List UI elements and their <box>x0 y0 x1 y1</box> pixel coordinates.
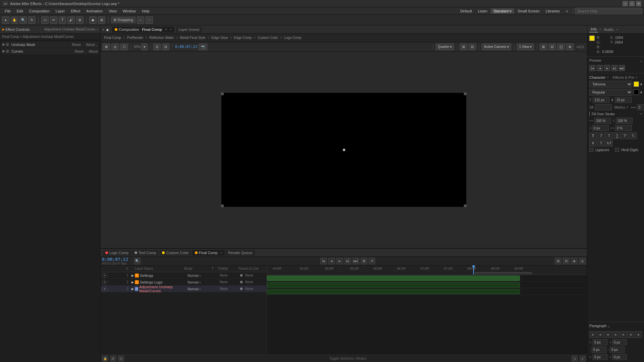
tool-shape[interactable]: ◆ <box>89 16 97 24</box>
viewer-btn-d[interactable]: ⊕ <box>566 44 574 50</box>
tl-btn-prev-frame[interactable]: ◂ <box>328 258 335 264</box>
tl-btn-ram-preview[interactable]: ⊞ <box>361 258 367 264</box>
effect-checkbox-unsharp[interactable]: ☑ <box>6 43 9 46</box>
tl-tab-final-close[interactable]: ≡ <box>220 251 222 254</box>
para-align-right[interactable]: ≡ <box>604 331 611 338</box>
menu-view[interactable]: View <box>106 8 119 14</box>
tab-character[interactable]: Character <box>589 75 605 79</box>
viewer-motion-btn[interactable]: ◎ <box>111 44 119 50</box>
viewer-view-layout[interactable]: 1 View ▾ <box>517 44 534 50</box>
comp-tab-close[interactable]: ✕ <box>165 28 167 31</box>
timeline-ruler[interactable]: 04:00f 04:15f 05:00f 05:15f 06:00f 06:15… <box>267 265 587 275</box>
toggle-switches-label[interactable]: Toggle Switches / Modes <box>329 357 367 360</box>
para-space-before-input[interactable] <box>592 347 606 353</box>
tl-btn-next-frame[interactable]: ▸| <box>344 258 351 264</box>
para-space-after-input[interactable] <box>610 347 625 353</box>
para-align-center[interactable]: ≡ <box>597 331 604 338</box>
menu-effect[interactable]: Effect <box>68 8 83 14</box>
tool-brush[interactable]: 🖌 <box>67 16 75 24</box>
t-btn-3[interactable]: T <box>605 132 613 139</box>
zoom-dropdown[interactable]: ▾ <box>141 44 148 50</box>
char-tracking-input[interactable] <box>595 104 612 110</box>
effect-reset-unsharp[interactable]: Reset <box>72 43 80 47</box>
nav-logo-comp[interactable]: Logo Comp <box>283 35 303 40</box>
tool-extra2[interactable]: ⋯ <box>146 16 153 24</box>
char-swatch-yellow[interactable] <box>634 81 639 87</box>
effects-panel-menu[interactable]: ≡ <box>97 28 98 31</box>
menu-edit[interactable]: Edit <box>14 8 26 14</box>
t-btn-1[interactable]: T <box>589 132 597 139</box>
layer-triangle-3[interactable]: ▶ <box>131 287 134 291</box>
minimize-button[interactable]: ─ <box>623 1 628 6</box>
char-size-input[interactable] <box>593 97 609 103</box>
tl-btn-chart[interactable]: ◈ <box>571 258 578 264</box>
preview-step-fwd[interactable]: ▸| <box>611 65 618 71</box>
menu-window[interactable]: Window <box>120 8 139 14</box>
tl-btn-goto-end[interactable]: ▸▸| <box>353 258 359 264</box>
char-swatch-black-arrow[interactable]: ▾ <box>640 90 642 94</box>
char-vscale-input[interactable] <box>616 118 633 124</box>
layer-vis-1[interactable]: ● <box>102 273 107 278</box>
comp-tab-menu[interactable]: ≡ <box>170 28 172 31</box>
tl-btn-play[interactable]: ▸ <box>336 258 343 264</box>
close-button[interactable]: ✕ <box>636 1 641 6</box>
rp-tab-audio[interactable]: Audio <box>603 27 615 32</box>
menu-composition[interactable]: Composition <box>26 8 52 14</box>
para-justify-center[interactable]: ≡ <box>620 331 627 338</box>
tl-btn-goto-start[interactable]: |◂ <box>320 258 327 264</box>
timeline-tab-custom[interactable]: Custom Color <box>159 250 191 256</box>
search-help-input[interactable] <box>575 8 642 14</box>
viewer-quality[interactable]: Quarter ▾ <box>436 44 454 50</box>
viewer-grid[interactable]: ⊞ <box>460 44 467 50</box>
tl-ctrl-search[interactable]: 🔍 <box>134 258 141 264</box>
comp-tab-final[interactable]: Composition Final Comp ✕ ≡ <box>112 26 175 33</box>
workspace-learn[interactable]: Learn <box>475 8 490 14</box>
t-btn-9[interactable]: ↻T <box>605 140 613 146</box>
tool-extra1[interactable]: ↔ <box>137 16 144 24</box>
tool-rotate[interactable]: ↻ <box>28 16 36 24</box>
char-font-select[interactable]: Tahoma <box>589 81 632 87</box>
tl-footer-btn3[interactable]: ⊟ <box>118 356 124 362</box>
nav-final-comp[interactable]: Final Comp <box>103 35 122 40</box>
char-baseline-input[interactable] <box>592 125 609 131</box>
layer-row-1[interactable]: ● 1 ▶ S Settings Normal ▾ <box>101 272 267 279</box>
effect-about-unsharp[interactable]: About _ <box>86 43 98 47</box>
nav-edge-glow[interactable]: Edge Glow <box>210 35 229 40</box>
t-btn-5[interactable]: Tᵀ <box>622 132 629 139</box>
paragraph-menu[interactable]: ≡ <box>608 325 609 328</box>
layer-mode-arrow-2[interactable]: ▾ <box>199 281 201 284</box>
para-align-left[interactable]: ≡ <box>589 331 596 338</box>
viewer-btn-b[interactable]: ⊟ <box>548 44 556 50</box>
para-compose-right-input[interactable] <box>612 354 627 360</box>
t-btn-8[interactable]: T <box>597 140 605 146</box>
timeline-tab-render[interactable]: Render Queue <box>225 250 255 256</box>
layer-row-3[interactable]: ● 3 ▶ A Adjustment Unsharp Mask/Curves N… <box>101 286 267 292</box>
title-controls[interactable]: ─ □ ✕ <box>623 1 641 6</box>
tl-footer-btn2[interactable]: ⊞ <box>110 356 116 362</box>
tl-footer-nav-prev[interactable]: ◂ <box>572 356 578 362</box>
char-swatch-black[interactable] <box>634 89 639 95</box>
para-compose-left-input[interactable] <box>593 354 607 360</box>
ligatures-checkbox[interactable] <box>589 148 593 152</box>
nav-reflection[interactable]: Reflection Water <box>148 35 175 40</box>
viewer-camera-btn[interactable]: 📷 <box>199 44 207 50</box>
viewer-region[interactable]: ⊟ <box>162 44 169 50</box>
nav-edge-comp[interactable]: Edge Comp <box>232 35 253 40</box>
t-btn-4[interactable]: T <box>613 132 621 139</box>
tool-pen[interactable]: ✏ <box>50 16 57 24</box>
rp-tab-info[interactable]: Info <box>589 26 598 33</box>
preview-step-back[interactable]: ◂ <box>597 65 603 71</box>
char-leading-input[interactable] <box>615 97 632 103</box>
viewer-channels[interactable]: ⊟ <box>469 44 476 50</box>
para-justify-all[interactable]: ≡ <box>635 331 642 338</box>
timeline-tab-logo[interactable]: Logo Comp <box>103 250 131 256</box>
viewer-snap-btn[interactable]: ⊞ <box>103 44 110 50</box>
layer-vis-2[interactable]: ● <box>102 280 107 285</box>
layer-mode-arrow-1[interactable]: ▾ <box>199 274 201 278</box>
menu-animation[interactable]: Animation <box>84 8 105 14</box>
layer-triangle-2[interactable]: ▶ <box>131 281 134 284</box>
tool-clone[interactable]: ⊞ <box>98 16 105 24</box>
tool-text[interactable]: T <box>59 16 66 24</box>
layer-triangle-1[interactable]: ▶ <box>131 274 134 277</box>
snapping-label[interactable]: ⊞ Snapping <box>111 17 136 23</box>
